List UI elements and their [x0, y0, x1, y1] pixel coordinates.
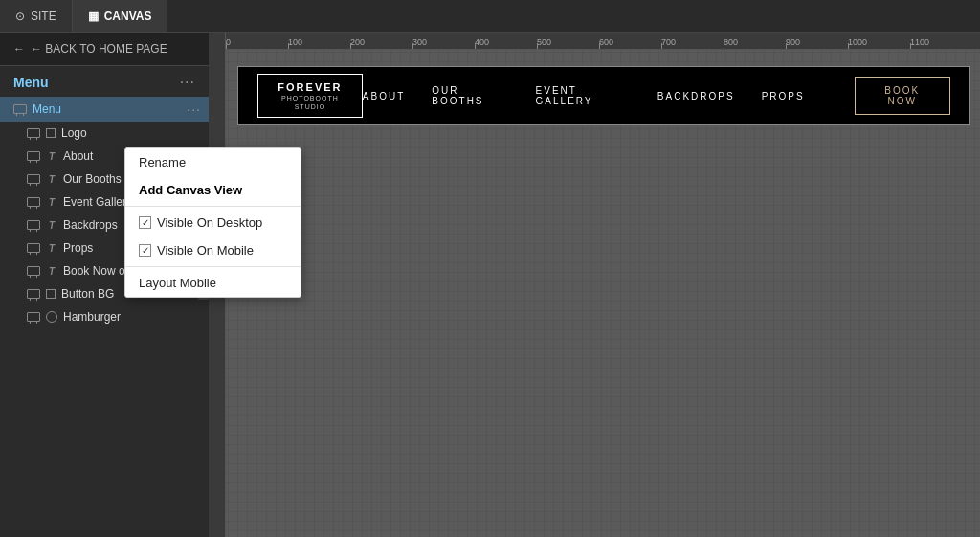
sidebar-item-hamburger[interactable]: Hamburger — [0, 305, 209, 328]
sidebar: ← ← BACK TO HOME PAGE Menu ··· Menu ··· … — [0, 33, 209, 537]
ruler-tick-900 — [786, 43, 787, 49]
canvas-icon: ▦ — [88, 10, 99, 23]
monitor-icon-gallery — [27, 197, 40, 207]
site-icon: ⊙ — [15, 10, 25, 23]
main-layout: ← ← BACK TO HOME PAGE Menu ··· Menu ··· … — [0, 33, 980, 537]
site-tab[interactable]: ⊙ SITE — [0, 0, 73, 32]
top-bar: ⊙ SITE ▦ CANVAS — [0, 0, 980, 33]
ruler-mark-100: 100 — [288, 37, 302, 47]
nav-link-gallery[interactable]: EVENT GALLERY — [536, 85, 631, 106]
ruler-tick-1100 — [910, 43, 911, 49]
checkbox-visible-desktop[interactable]: ✓ — [139, 216, 151, 229]
monitor-icon-backdrops — [27, 220, 40, 230]
ruler-mark-200: 200 — [350, 37, 365, 47]
context-menu-rename-label: Rename — [139, 155, 186, 169]
text-icon-gallery: T — [46, 197, 57, 208]
section-dots[interactable]: ··· — [180, 74, 195, 91]
nav-link-props[interactable]: PROPS — [762, 91, 805, 101]
monitor-icon-booths — [27, 174, 40, 184]
monitor-icon-logo — [27, 128, 40, 138]
ruler-mark-1000: 1000 — [848, 37, 867, 47]
canvas-tab[interactable]: ▦ CANVAS — [73, 0, 167, 32]
ruler-tick-800 — [724, 43, 724, 49]
text-icon-props: T — [46, 243, 57, 254]
monitor-icon-props — [27, 243, 40, 253]
nav-bar: FOREVER PHOTOBOOTH STUDIO ABOUT OUR BOOT… — [238, 67, 969, 124]
context-menu: Rename Add Canvas View ✓ Visible On Desk… — [124, 147, 301, 298]
square-icon-logo — [46, 128, 56, 138]
nav-link-about[interactable]: ABOUT — [363, 91, 405, 101]
ruler-mark-900: 900 — [786, 37, 800, 47]
ruler-mark-700: 700 — [661, 37, 676, 47]
context-menu-visible-desktop-label: Visible On Desktop — [157, 215, 262, 230]
monitor-icon-about — [27, 151, 40, 161]
context-menu-layout-mobile-label: Layout Mobile — [139, 276, 216, 290]
section-title: Menu — [13, 75, 49, 90]
text-icon-booths: T — [46, 174, 57, 185]
ruler-mark-300: 300 — [412, 37, 427, 47]
monitor-icon-btn-bg — [27, 289, 40, 299]
ruler-tick-300 — [412, 43, 413, 49]
site-label: SITE — [31, 10, 56, 23]
website-preview: FOREVER PHOTOBOOTH STUDIO ABOUT OUR BOOT… — [237, 66, 970, 125]
back-button[interactable]: ← ← BACK TO HOME PAGE — [0, 33, 209, 66]
nav-link-booths[interactable]: OUR BOOTHS — [432, 85, 508, 106]
monitor-icon-hamburger — [27, 312, 40, 322]
ruler-mark-500: 500 — [537, 37, 551, 47]
ruler-mark-600: 600 — [599, 37, 613, 47]
context-menu-layout-mobile[interactable]: Layout Mobile — [125, 269, 301, 297]
ruler-tick-700 — [661, 43, 662, 49]
back-arrow-icon: ← — [13, 42, 25, 56]
ruler-marks: 0 100 200 300 400 500 600 700 800 900 — [226, 33, 980, 49]
nav-logo-line2: PHOTOBOOTH STUDIO — [266, 94, 354, 111]
monitor-icon — [13, 104, 27, 114]
ruler-tick-400 — [475, 43, 476, 49]
sidebar-item-label-logo: Logo — [61, 126, 201, 140]
ruler-mark-800: 800 — [724, 37, 738, 47]
square-icon-btn-bg — [46, 289, 56, 299]
monitor-icon-book — [27, 266, 40, 276]
ruler-top: 0 100 200 300 400 500 600 700 800 900 — [209, 33, 980, 50]
nav-links: ABOUT OUR BOOTHS EVENT GALLERY BACKDROPS… — [363, 77, 950, 115]
globe-icon-hamburger — [46, 311, 57, 323]
checkbox-visible-mobile[interactable]: ✓ — [139, 244, 151, 257]
context-menu-visible-desktop[interactable]: ✓ Visible On Desktop — [125, 209, 301, 236]
context-menu-add-canvas-view-label: Add Canvas View — [139, 183, 242, 197]
text-icon-backdrops: T — [46, 220, 57, 231]
ruler-mark-400: 400 — [475, 37, 489, 47]
sidebar-section-header: Menu ··· — [0, 66, 209, 95]
nav-logo-line1: FOREVER — [266, 80, 354, 94]
canvas-area[interactable]: 0 100 200 300 400 500 600 700 800 900 — [209, 33, 980, 537]
sidebar-item-logo[interactable]: Logo — [0, 122, 209, 145]
ruler-tick-0 — [226, 43, 227, 49]
sidebar-item-label-hamburger: Hamburger — [63, 310, 201, 324]
nav-book-button[interactable]: BOOK NOW — [855, 77, 950, 115]
ruler-tick-100 — [288, 43, 289, 49]
context-menu-rename[interactable]: Rename — [125, 148, 301, 176]
ruler-tick-200 — [350, 43, 351, 49]
context-menu-visible-mobile[interactable]: ✓ Visible On Mobile — [125, 236, 301, 264]
context-menu-add-canvas-view[interactable]: Add Canvas View — [125, 176, 301, 204]
ruler-tick-600 — [599, 43, 600, 49]
sidebar-item-menu[interactable]: Menu ··· — [0, 97, 209, 122]
canvas-label: CANVAS — [104, 10, 152, 23]
nav-logo: FOREVER PHOTOBOOTH STUDIO — [257, 74, 363, 118]
back-button-label: ← BACK TO HOME PAGE — [31, 42, 167, 56]
text-icon-about: T — [46, 151, 57, 162]
ruler-mark-1100: 1100 — [910, 37, 929, 47]
context-menu-divider-2 — [125, 266, 301, 267]
context-menu-divider-1 — [125, 206, 301, 207]
context-menu-visible-mobile-label: Visible On Mobile — [157, 243, 254, 257]
menu-item-dots[interactable]: ··· — [187, 101, 201, 117]
ruler-tick-500 — [537, 43, 538, 49]
text-icon-book: T — [46, 266, 57, 277]
ruler-tick-1000 — [848, 43, 849, 49]
sidebar-item-label-menu: Menu — [33, 102, 181, 116]
nav-link-backdrops[interactable]: BACKDROPS — [657, 91, 735, 101]
